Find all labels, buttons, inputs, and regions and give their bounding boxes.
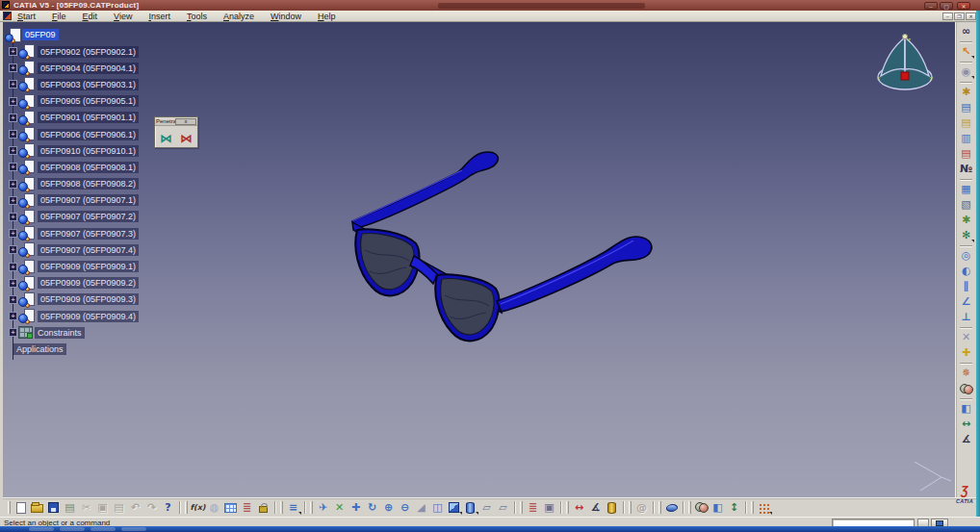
tree-item-label[interactable]: 05FP0908 (05FP0908.1) bbox=[38, 162, 139, 173]
measure-item-icon[interactable]: ∡ bbox=[587, 500, 604, 516]
redo-icon[interactable]: ↷ bbox=[143, 500, 160, 516]
tree-root-row[interactable]: 05FP09 bbox=[5, 26, 226, 43]
fix-component-icon[interactable]: ⊥ bbox=[958, 310, 974, 325]
toolbar-drag-handle[interactable] bbox=[280, 501, 283, 514]
tree-item-label[interactable]: 05FP0908 (05FP0908.2) bbox=[38, 178, 139, 190]
measure-between-icon[interactable]: ↔ bbox=[571, 500, 587, 516]
structure-tree-icon[interactable]: ≡ bbox=[285, 500, 301, 516]
tree-item-row[interactable]: +05FP0907 (05FP0907.2) bbox=[5, 209, 226, 225]
graph-numbering-icon[interactable]: № bbox=[958, 162, 974, 177]
view-window-2-icon[interactable]: ▱ bbox=[495, 500, 511, 516]
print-icon[interactable]: ▤ bbox=[62, 500, 78, 516]
tree-item-label[interactable]: 05FP0910 (05FP0910.1) bbox=[38, 145, 139, 157]
compass-base-square[interactable] bbox=[901, 72, 909, 80]
tree-item-label[interactable]: 05FP0904 (05FP0904.1) bbox=[38, 63, 139, 74]
expand-toggle[interactable]: + bbox=[9, 130, 17, 139]
sectioning-icon[interactable]: ◧ bbox=[709, 500, 726, 516]
expand-toggle[interactable]: + bbox=[9, 47, 17, 56]
undo-icon[interactable]: ↶ bbox=[127, 500, 143, 516]
expand-toggle[interactable]: + bbox=[9, 180, 17, 189]
toolbar-drag-handle[interactable] bbox=[566, 501, 569, 514]
expand-toggle[interactable]: + bbox=[9, 213, 17, 221]
view-compass[interactable]: x y z bbox=[868, 32, 941, 97]
toolbar-drag-handle[interactable] bbox=[688, 501, 691, 514]
tree-item-label[interactable]: 05FP0909 (05FP0909.1) bbox=[38, 261, 139, 272]
tree-item-label[interactable]: 05FP0909 (05FP0909.2) bbox=[38, 277, 139, 289]
render-style-icon[interactable] bbox=[462, 500, 478, 516]
measure-3d-icon[interactable]: ∡ bbox=[958, 432, 974, 447]
toolbar-drag-handle[interactable] bbox=[658, 501, 661, 514]
expand-toggle[interactable]: + bbox=[9, 312, 17, 320]
toolbar-close-icon[interactable]: x bbox=[175, 118, 196, 125]
expand-toggle[interactable]: + bbox=[9, 80, 17, 89]
tree-root-label[interactable]: 05FP09 bbox=[22, 29, 59, 40]
camera-capture-icon[interactable]: ▣ bbox=[541, 500, 557, 516]
tree-item-row[interactable]: +05FP0909 (05FP0909.2) bbox=[5, 275, 226, 291]
open-icon[interactable] bbox=[29, 500, 45, 516]
tree-item-row[interactable]: +05FP0908 (05FP0908.1) bbox=[5, 159, 226, 175]
menu-window[interactable]: Window bbox=[269, 12, 303, 21]
swap-visible-space-icon[interactable]: @ bbox=[633, 500, 650, 516]
zoom-in-icon[interactable]: ⊕ bbox=[380, 500, 397, 516]
tree-item-label[interactable]: 05FP0902 (05FP0902.1) bbox=[38, 46, 139, 58]
expand-toggle[interactable]: + bbox=[9, 295, 17, 304]
manage-representations-icon[interactable]: ▧ bbox=[958, 197, 974, 213]
expand-toggle[interactable]: + bbox=[9, 279, 17, 288]
menu-view[interactable]: View bbox=[112, 12, 134, 21]
sectioning-icon[interactable]: ◧ bbox=[958, 401, 974, 417]
penetration-clash-icon[interactable]: ⋈ bbox=[177, 128, 195, 144]
measure-inertia-icon[interactable] bbox=[604, 500, 620, 516]
selective-load-icon[interactable]: ▦ bbox=[958, 182, 974, 197]
grid-icon[interactable] bbox=[756, 500, 772, 516]
menu-help[interactable]: Help bbox=[316, 12, 338, 21]
manipulation-icon[interactable]: ✚ bbox=[958, 345, 974, 361]
design-table-icon[interactable] bbox=[222, 500, 239, 516]
angle-constraint-icon[interactable]: ∠ bbox=[958, 294, 974, 310]
tree-item-label[interactable]: 05FP0909 (05FP0909.4) bbox=[38, 311, 139, 322]
expand-toggle[interactable]: + bbox=[9, 245, 17, 254]
tree-item-label[interactable]: 05FP0907 (05FP0907.4) bbox=[38, 244, 139, 256]
3d-model-sunglasses[interactable] bbox=[327, 144, 674, 356]
menu-tools[interactable]: Tools bbox=[185, 12, 209, 21]
tree-item-row[interactable]: +05FP0905 (05FP0905.1) bbox=[5, 93, 226, 110]
knowledge-tree-icon[interactable]: ≣ bbox=[239, 500, 255, 516]
windows-taskbar[interactable] bbox=[0, 526, 980, 532]
comment-icon[interactable]: ◍ bbox=[206, 500, 222, 516]
explode-icon[interactable]: ✵ bbox=[958, 366, 974, 381]
tree-item-row[interactable]: +05FP0908 (05FP0908.2) bbox=[5, 176, 226, 192]
tree-item-label[interactable]: 05FP0901 (05FP0901.1) bbox=[38, 112, 139, 123]
close-button[interactable]: ✕ bbox=[957, 2, 970, 10]
toolbar-drag-handle[interactable] bbox=[629, 501, 632, 514]
insert-part-icon[interactable]: ▤ bbox=[958, 115, 974, 131]
compass-free-rotation-handle[interactable] bbox=[902, 34, 907, 38]
fly-mode-icon[interactable]: ✈ bbox=[315, 500, 331, 516]
penetration-toolbar-titlebar[interactable]: Penetrati... x bbox=[155, 117, 197, 126]
toolbar-drag-handle[interactable] bbox=[185, 501, 188, 514]
tree-item-row[interactable]: +05FP0902 (05FP0902.1) bbox=[5, 43, 226, 60]
fast-multi-instantiation-icon[interactable]: ✻ bbox=[958, 228, 974, 243]
normal-view-icon[interactable]: ◢ bbox=[413, 500, 429, 516]
tree-item-label[interactable]: 05FP0906 (05FP0906.1) bbox=[38, 129, 139, 140]
tree-item-label[interactable]: 05FP0907 (05FP0907.3) bbox=[38, 228, 139, 240]
formula-icon[interactable]: f(x) bbox=[190, 500, 206, 516]
tree-applications-row[interactable]: Applications bbox=[5, 341, 226, 357]
view-window-icon[interactable]: ▱ bbox=[478, 500, 495, 516]
fit-all-in-icon[interactable]: ✕ bbox=[331, 500, 348, 516]
pan-icon[interactable]: ✚ bbox=[348, 500, 364, 516]
expand-toggle[interactable]: + bbox=[9, 229, 17, 238]
contact-constraint-icon[interactable]: ◐ bbox=[958, 264, 974, 279]
tree-item-row[interactable]: +05FP0909 (05FP0909.1) bbox=[5, 258, 226, 274]
expand-toggle[interactable]: + bbox=[9, 97, 17, 106]
hide-show-icon[interactable] bbox=[663, 500, 680, 516]
minimize-button[interactable]: – bbox=[924, 2, 938, 10]
tree-item-label[interactable]: 05FP0907 (05FP0907.2) bbox=[38, 211, 139, 222]
paste-icon[interactable]: ▤ bbox=[111, 500, 127, 516]
tree-item-row[interactable]: +05FP0907 (05FP0907.1) bbox=[5, 192, 226, 209]
toolbar-drag-handle[interactable] bbox=[520, 501, 523, 514]
zoom-out-icon[interactable]: ⊖ bbox=[397, 500, 413, 516]
iso-view-icon[interactable] bbox=[446, 500, 462, 516]
replace-component-icon[interactable]: ▤ bbox=[958, 146, 974, 162]
copy-icon[interactable]: ▣ bbox=[94, 500, 111, 516]
applications-label[interactable]: Applications bbox=[13, 343, 66, 355]
right-temple[interactable] bbox=[497, 237, 652, 312]
